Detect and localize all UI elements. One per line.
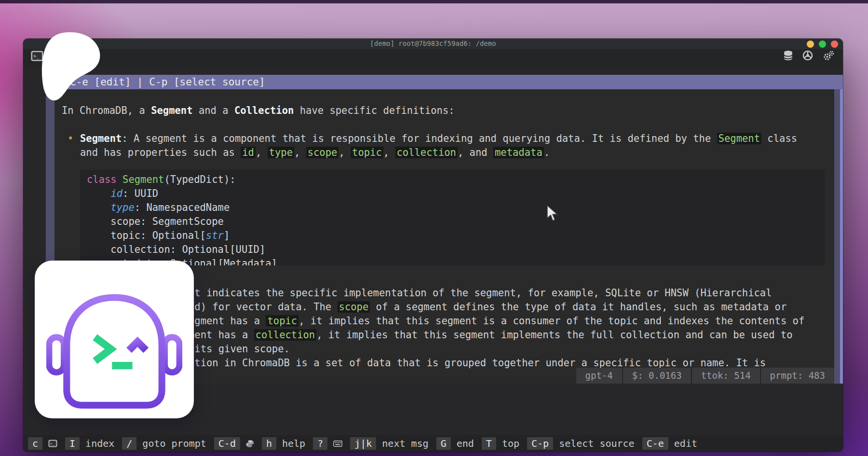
key-label: help <box>282 438 305 449</box>
key-chip: / <box>122 437 136 450</box>
message-right-border <box>834 89 840 384</box>
chat-intro-line: In ChromaDB, a Segment and a Collection … <box>62 104 455 118</box>
key-chip: C-d <box>214 437 240 450</box>
robot-terminal-logo <box>46 283 182 409</box>
status-prompt: prmpt: 483 <box>760 368 834 384</box>
keyboard-icon <box>333 441 342 447</box>
scrollbar-thumb[interactable] <box>840 89 843 384</box>
keybind-keyboard-help[interactable]: ? <box>313 437 348 450</box>
key-chip: c <box>28 437 42 450</box>
database-icon[interactable] <box>784 50 793 61</box>
code-line: type: NamespacedName <box>87 201 230 215</box>
toolbar: >_ <box>23 49 843 67</box>
mouse-cursor <box>546 205 558 224</box>
keybind-end[interactable]: G end <box>436 437 480 450</box>
key-label: end <box>457 438 474 449</box>
para-line: ment has a collection, it implies that t… <box>189 328 793 342</box>
brand-card <box>35 261 194 418</box>
robot-head <box>67 298 162 405</box>
bullet-line: and has properties such as id, type, sco… <box>80 146 550 160</box>
status-cost: $: 0.0163 <box>622 368 691 384</box>
terminal-icon: >_ <box>48 440 57 447</box>
traffic-light-green[interactable] <box>819 41 826 48</box>
keybind-next-msg[interactable]: j|k next msg <box>350 437 434 450</box>
robot-left-ear <box>49 337 64 373</box>
cube-icon[interactable] <box>802 50 813 61</box>
key-chip: C-p <box>527 437 553 450</box>
keybind-top[interactable]: T top <box>482 437 525 450</box>
para-line: nt indicates the specific implementation… <box>189 286 772 300</box>
keybind-goto-prompt[interactable]: / goto prompt <box>122 437 212 450</box>
key-label: top <box>502 438 519 449</box>
keybind-select-source[interactable]: C-p select source <box>527 437 640 450</box>
code-line: id: UUID <box>87 187 158 201</box>
keybind-help[interactable]: h help <box>262 437 311 450</box>
status-model: gpt-4 <box>576 368 622 384</box>
message-header-bar[interactable]: C-e [edit] | C-p [select source] <box>43 75 843 89</box>
code-block: class Segment(TypedDict): id: UUID type:… <box>80 170 825 265</box>
keybind-python[interactable]: C-d <box>214 437 260 450</box>
key-chip: C-e <box>642 437 668 450</box>
status-tokens: ttok: 514 <box>691 368 760 384</box>
svg-text:>_: >_ <box>33 54 40 59</box>
para-line: ld) for vector data. The scope of a segm… <box>189 300 787 314</box>
code-line: collection: Optional[UUID] <box>87 243 265 257</box>
traffic-lights <box>807 41 838 48</box>
window-title: [demo] root@7b983cf59ad6: /demo <box>23 40 843 47</box>
desktop-wallpaper: [demo] root@7b983cf59ad6: /demo >_ <box>0 0 868 456</box>
key-chip: h <box>262 437 276 450</box>
key-label: next msg <box>382 438 428 449</box>
code-line: topic: Optional[str] <box>87 229 230 243</box>
key-label: goto prompt <box>142 438 206 449</box>
robot-right-ear <box>165 337 180 373</box>
prompt-chevron <box>95 337 111 361</box>
keybind-edit[interactable]: C-e edit <box>642 437 703 450</box>
menu-bar-sliver <box>0 0 868 3</box>
key-label: edit <box>674 438 697 449</box>
bullet-line: Segment: A segment is a component that i… <box>80 132 797 146</box>
titlebar[interactable]: [demo] root@7b983cf59ad6: /demo <box>23 39 843 49</box>
key-chip: T <box>482 437 496 450</box>
traffic-light-yellow[interactable] <box>807 41 814 48</box>
para-line: egment has a topic, it implies that this… <box>189 314 804 328</box>
caret-eye <box>129 342 146 350</box>
footer-keybar: c >_ I index / goto prompt C-d <box>23 435 843 452</box>
brand-blob <box>40 31 102 105</box>
key-chip: ? <box>313 437 327 450</box>
key-label: index <box>85 438 114 449</box>
python-icon <box>246 440 254 448</box>
svg-text:>_: >_ <box>50 442 54 446</box>
keybind-index[interactable]: I index <box>65 437 120 450</box>
key-label: select source <box>559 438 635 449</box>
para-line: its given scope. <box>189 342 290 356</box>
model-status-bar: gpt-4 $: 0.0163 ttok: 514 prmpt: 483 <box>576 368 835 384</box>
traffic-light-red[interactable] <box>831 41 838 48</box>
bullet-marker: • <box>68 132 73 146</box>
gears-icon[interactable] <box>823 50 834 61</box>
keybind-console[interactable]: c >_ <box>28 437 63 450</box>
key-chip: I <box>65 437 80 450</box>
key-chip: j|k <box>350 437 376 450</box>
key-chip: G <box>436 437 451 450</box>
code-line: class Segment(TypedDict): <box>87 173 236 187</box>
code-line: scope: SegmentScope <box>87 215 224 229</box>
